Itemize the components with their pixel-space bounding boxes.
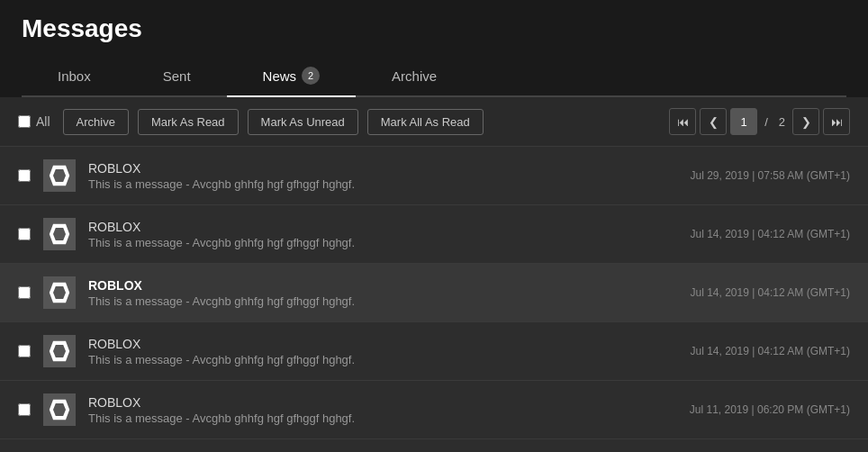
message-content: ROBLOX This is a message - Avcghb ghhfg … (88, 337, 677, 366)
avatar (43, 393, 76, 426)
svg-marker-8 (53, 286, 66, 299)
message-checkbox-2[interactable] (18, 286, 31, 299)
avatar (43, 276, 76, 309)
message-row[interactable]: ROBLOX This is a message - Avcghb ghhfg … (0, 264, 868, 322)
current-page: 1 (730, 108, 757, 135)
svg-marker-11 (53, 345, 66, 357)
page-separator: / (761, 115, 772, 129)
avatar (43, 218, 76, 250)
toolbar: All Archive Mark As Read Mark As Unread … (0, 97, 868, 147)
message-date: Jul 14, 2019 | 04:12 AM (GMT+1) (690, 286, 850, 299)
message-content: ROBLOX This is a message - Avcghb ghhfg … (88, 220, 677, 249)
message-row[interactable]: ROBLOX This is a message - Avcghb ghhfg … (0, 381, 868, 439)
select-all-label: All (36, 114, 50, 129)
message-preview: This is a message - Avcghb ghhfg hgf gfh… (88, 411, 677, 425)
page-next-button[interactable]: ❯ (792, 108, 819, 135)
message-content: ROBLOX This is a message - Avcghb ghhfg … (88, 395, 677, 425)
svg-marker-2 (53, 169, 66, 182)
message-date: Jul 14, 2019 | 04:12 AM (GMT+1) (690, 345, 850, 357)
select-all-container: All (18, 114, 50, 129)
page-header: Messages Inbox Sent News 2 Archive (0, 0, 868, 97)
message-preview: This is a message - Avcghb ghhfg hgf gfh… (88, 236, 677, 249)
svg-marker-5 (53, 228, 66, 240)
svg-marker-14 (53, 403, 66, 416)
page-first-button[interactable]: ⏮ (669, 108, 696, 135)
sender-name: ROBLOX (88, 278, 677, 293)
pagination: ⏮ ❮ 1 / 2 ❯ ⏭ (669, 108, 850, 135)
page-prev-button[interactable]: ❮ (700, 108, 727, 135)
message-content: ROBLOX This is a message - Avcghb ghhfg … (88, 278, 677, 308)
archive-button[interactable]: Archive (63, 109, 129, 135)
tab-archive[interactable]: Archive (356, 56, 473, 97)
tab-sent[interactable]: Sent (127, 56, 227, 97)
message-checkbox-0[interactable] (18, 169, 31, 182)
page-title: Messages (22, 14, 846, 56)
message-row[interactable]: ROBLOX This is a message - Avcghb ghhfg … (0, 322, 868, 381)
message-date: Jul 29, 2019 | 07:58 AM (GMT+1) (690, 169, 850, 182)
total-pages: 2 (775, 115, 789, 129)
tab-inbox[interactable]: Inbox (22, 56, 127, 97)
page-last-button[interactable]: ⏭ (823, 108, 850, 135)
message-preview: This is a message - Avcghb ghhfg hgf gfh… (88, 353, 677, 366)
message-date: Jul 11, 2019 | 06:20 PM (GMT+1) (690, 403, 850, 416)
avatar (43, 159, 76, 192)
mark-all-read-button[interactable]: Mark All As Read (367, 109, 484, 135)
mark-unread-button[interactable]: Mark As Unread (248, 109, 358, 135)
sender-name: ROBLOX (88, 337, 677, 351)
message-date: Jul 14, 2019 | 04:12 AM (GMT+1) (690, 228, 850, 240)
message-row[interactable]: ROBLOX This is a message - Avcghb ghhfg … (0, 147, 868, 205)
tab-bar: Inbox Sent News 2 Archive (22, 56, 846, 97)
message-preview: This is a message - Avcghb ghhfg hgf gfh… (88, 177, 677, 191)
message-content: ROBLOX This is a message - Avcghb ghhfg … (88, 161, 677, 191)
tab-news-badge: 2 (302, 67, 320, 85)
avatar (43, 335, 76, 367)
mark-read-button[interactable]: Mark As Read (138, 109, 239, 135)
select-all-checkbox[interactable] (18, 115, 31, 128)
tab-news[interactable]: News 2 (227, 56, 357, 97)
sender-name: ROBLOX (88, 395, 677, 410)
message-preview: This is a message - Avcghb ghhfg hgf gfh… (88, 294, 677, 308)
message-list: ROBLOX This is a message - Avcghb ghhfg … (0, 147, 868, 439)
message-checkbox-1[interactable] (18, 228, 31, 240)
tab-news-label: News (263, 68, 297, 84)
sender-name: ROBLOX (88, 161, 677, 176)
message-checkbox-3[interactable] (18, 345, 31, 357)
sender-name: ROBLOX (88, 220, 677, 234)
message-checkbox-4[interactable] (18, 403, 31, 416)
message-row[interactable]: ROBLOX This is a message - Avcghb ghhfg … (0, 205, 868, 264)
